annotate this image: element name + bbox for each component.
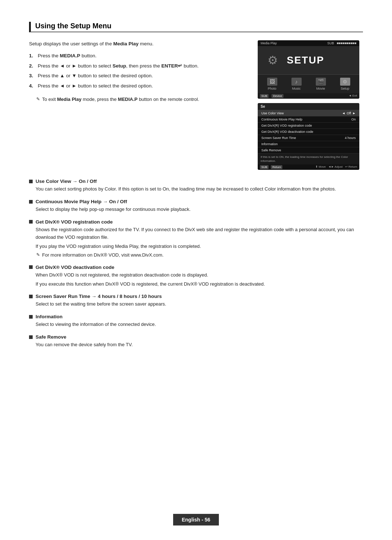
subsection-use-color-view: Use Color View → On / Off You can select… — [29, 179, 363, 193]
divx-reg-note: ✎ For more information on DivX® VOD, vis… — [36, 251, 363, 259]
bullet-square-icon-3 — [29, 220, 33, 224]
tv-sub-1: SUB ■■■■■■■■■■ — [327, 41, 356, 45]
subsection-title-use-color-view: Use Color View → On / Off — [29, 179, 363, 184]
subsection-divx-reg: Get DivX® VOD registration code Shows th… — [29, 219, 363, 259]
subsection-title-continuous-movie: Continuous Movie Play Help → On / Off — [29, 199, 363, 204]
bullet-square-icon — [29, 180, 33, 183]
use-color-view-text: You can select sorting photos by Color. … — [36, 185, 363, 193]
subsections: Use Color View → On / Off You can select… — [29, 179, 363, 348]
movie-icon: 🎬 — [316, 78, 326, 86]
subsection-safe-remove: Safe Remove You can remove the device sa… — [29, 334, 363, 349]
note-icon: ✎ — [36, 96, 40, 102]
tv-menu-continuous-movie: Continuous Movie Play Help On — [258, 116, 359, 123]
tv-menu-screen-saver: Screen Saver Run Time 4 hours — [258, 135, 359, 141]
tv-menu-note: If this is set to ON, the loading time i… — [258, 154, 359, 164]
divx-deact-text1: When DivX® VOD is not registered, the re… — [36, 271, 363, 279]
tv-screenshot-1: Media Play SUB ■■■■■■■■■■ ⚙ SETUP 🖼 Phot… — [258, 40, 359, 99]
sub-btn: SUB — [260, 94, 269, 98]
safe-remove-text: You can remove the device safely from th… — [36, 341, 363, 349]
bullet-square-icon-5 — [29, 295, 33, 298]
subsection-continuous-movie: Continuous Movie Play Help → On / Off Se… — [29, 199, 363, 213]
tv-bottom-bar-1: SUB Device ◄ Exit — [258, 93, 359, 99]
setup-nav-icon: ⚙ — [340, 78, 350, 86]
section-title: Using the Setup Menu — [29, 22, 363, 32]
tv-setup-area: ⚙ SETUP — [258, 46, 359, 74]
divx-reg-text1: Shows the registration code authorized f… — [36, 226, 363, 241]
music-icon: ♪ — [291, 78, 302, 86]
intro-text: Setup displays the user settings of the … — [29, 40, 247, 48]
steps-list: 1. Press the MEDIA.P button. 2. Press th… — [29, 52, 247, 90]
content-area: Setup displays the user settings of the … — [29, 40, 363, 170]
exit-note: ✎ To exit Media Play mode, press the MED… — [36, 96, 247, 103]
bullet-square-icon-6 — [29, 315, 33, 319]
footer-badge: English - 56 — [173, 514, 219, 525]
device-btn: Device — [271, 94, 283, 98]
divx-reg-text2: If you play the VOD registration using M… — [36, 243, 363, 250]
right-column: Media Play SUB ■■■■■■■■■■ ⚙ SETUP 🖼 Phot… — [258, 40, 363, 170]
tv-menu-information: Information — [258, 141, 359, 147]
bullet-square-icon-7 — [29, 335, 33, 339]
tv-menu-use-color-view: Use Color View ◄ Off ► — [258, 110, 359, 116]
tv-menu-bottom: SUB Return ⬆ Move ◄► Adjust ↩ Return — [258, 164, 359, 170]
exit-btn: ◄ Exit — [349, 94, 357, 98]
step-4: 4. Press the ◄ or ► button to select the… — [29, 82, 247, 90]
tv-menu-safe-remove: Safe Remove — [258, 147, 359, 154]
tv-nav-icons: 🖼 Photo ♪ Music 🎬 Movie ⚙ Setup — [258, 74, 359, 93]
divx-deact-text2: If you execute this function when DivX® … — [36, 281, 363, 288]
screen-saver-text: Select to set the waiting time before th… — [36, 300, 363, 308]
information-text: Select to viewing the information of the… — [36, 321, 363, 328]
tv-menu-title: Se — [258, 103, 359, 110]
subsection-divx-deact: Get DivX® VOD deactivation code When Div… — [29, 265, 363, 288]
tv-nav-music: ♪ Music — [291, 78, 302, 90]
continuous-movie-text: Select to display the help pop-up messag… — [36, 206, 363, 213]
tv-title-1: Media Play — [261, 41, 277, 45]
tv-menu-divx-deact: Get DivX(R) VOD deactivation code — [258, 129, 359, 135]
note-icon-2: ✎ — [36, 251, 40, 258]
footer-bar: English - 56 — [0, 514, 392, 525]
subsection-title-safe-remove: Safe Remove — [29, 334, 363, 340]
color-view-arrows: ◄ Off ► — [342, 111, 356, 115]
setup-label: SETUP — [287, 54, 324, 66]
subsection-title-information: Information — [29, 314, 363, 319]
bullet-square-icon-2 — [29, 200, 33, 204]
tv-menu-divx-reg: Get DivX(R) VOD registration code — [258, 123, 359, 129]
left-column: Setup displays the user settings of the … — [29, 40, 247, 170]
tv-nav-photo: 🖼 Photo — [267, 78, 277, 90]
subsection-title-divx-deact: Get DivX® VOD deactivation code — [29, 265, 363, 270]
subsection-screen-saver: Screen Saver Run Time → 4 hours / 8 hour… — [29, 294, 363, 308]
step-3: 3. Press the ▲ or ▼ button to select the… — [29, 72, 247, 80]
step-2: 2. Press the ◄ or ► button to select Set… — [29, 62, 247, 70]
bullet-square-icon-4 — [29, 265, 33, 269]
tv-nav-movie: 🎬 Movie — [316, 78, 326, 90]
subsection-information: Information Select to viewing the inform… — [29, 314, 363, 328]
step-1: 1. Press the MEDIA.P button. — [29, 52, 247, 60]
page: Using the Setup Menu Setup displays the … — [0, 0, 392, 540]
tv-nav-setup: ⚙ Setup — [340, 78, 350, 90]
tv-screenshot-2: Se Use Color View ◄ Off ► Continuous Mov… — [258, 103, 359, 170]
subsection-title-divx-reg: Get DivX® VOD registration code — [29, 219, 363, 225]
photo-icon: 🖼 — [267, 78, 277, 86]
gear-icon: ⚙ — [264, 51, 282, 69]
subsection-title-screen-saver: Screen Saver Run Time → 4 hours / 8 hour… — [29, 294, 363, 299]
title-text: Using the Setup Menu — [35, 22, 111, 30]
tv-return-btn: Return — [271, 165, 282, 169]
tv-sub-btn: SUB — [260, 165, 269, 169]
tv-topbar-1: Media Play SUB ■■■■■■■■■■ — [258, 40, 359, 46]
